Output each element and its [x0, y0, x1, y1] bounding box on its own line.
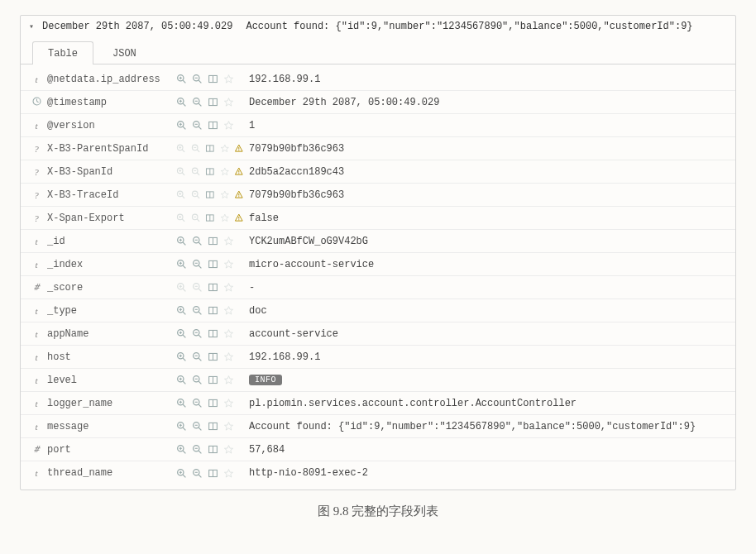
field-row: ?X-Span-Exportfalse: [21, 207, 735, 230]
field-name: logger_name: [47, 398, 171, 409]
filter-for-icon[interactable]: [176, 97, 187, 107]
filter-for-icon[interactable]: [176, 236, 187, 246]
field-actions: [176, 166, 244, 177]
exists-filter-icon[interactable]: [220, 143, 230, 154]
toggle-column-icon[interactable]: [205, 213, 215, 223]
toggle-column-icon[interactable]: [208, 236, 218, 246]
filter-out-icon[interactable]: [192, 259, 203, 270]
exists-filter-icon[interactable]: [220, 166, 230, 177]
filter-out-icon[interactable]: [192, 236, 203, 246]
field-row: t@netdata.ip_address192.168.99.1: [21, 68, 735, 91]
filter-out-icon[interactable]: [192, 468, 203, 479]
exists-filter-icon[interactable]: [223, 259, 234, 270]
filter-for-icon[interactable]: [176, 328, 187, 339]
exists-filter-icon[interactable]: [223, 97, 234, 107]
filter-out-icon[interactable]: [192, 305, 203, 316]
field-name: level: [47, 375, 171, 386]
field-value: micro-account-service: [249, 259, 374, 270]
field-type-icon: ?: [31, 190, 42, 200]
exists-filter-icon[interactable]: [223, 444, 234, 455]
toggle-column-icon[interactable]: [208, 74, 218, 84]
filter-for-icon[interactable]: [176, 259, 187, 270]
filter-out-icon[interactable]: [192, 375, 203, 385]
filter-out-icon[interactable]: [192, 398, 203, 408]
toggle-column-icon[interactable]: [205, 166, 215, 177]
field-actions: [176, 213, 244, 223]
toggle-column-icon[interactable]: [205, 143, 215, 154]
filter-for-icon[interactable]: [176, 398, 187, 408]
exists-filter-icon[interactable]: [223, 236, 234, 246]
exists-filter-icon[interactable]: [223, 74, 234, 84]
exists-filter-icon[interactable]: [220, 213, 230, 223]
filter-out-icon[interactable]: [192, 120, 203, 131]
exists-filter-icon[interactable]: [223, 398, 234, 408]
filter-out-icon[interactable]: [192, 328, 203, 339]
filter-out-icon[interactable]: [192, 444, 203, 455]
filter-for-icon[interactable]: [176, 143, 186, 154]
filter-out-icon[interactable]: [192, 421, 203, 432]
field-type-icon: ?: [31, 213, 42, 223]
field-value: 192.168.99.1: [249, 74, 320, 85]
filter-out-icon[interactable]: [191, 143, 201, 154]
field-row: #_score-: [21, 276, 735, 299]
exists-filter-icon[interactable]: [223, 421, 234, 432]
tab-table[interactable]: Table: [32, 41, 93, 64]
filter-out-icon[interactable]: [191, 189, 201, 200]
filter-for-icon[interactable]: [176, 189, 186, 200]
filter-for-icon[interactable]: [176, 375, 187, 385]
field-actions: [176, 375, 244, 385]
filter-out-icon[interactable]: [192, 282, 203, 293]
field-type-icon: t: [31, 468, 42, 478]
toggle-column-icon[interactable]: [208, 120, 218, 131]
field-row: t_idYCK2umABfCW_oG9V42bG: [21, 230, 735, 253]
filter-for-icon[interactable]: [176, 351, 187, 362]
filter-out-icon[interactable]: [192, 74, 203, 84]
field-row: tthread_namehttp-nio-8091-exec-2: [21, 461, 735, 485]
toggle-column-icon[interactable]: [208, 259, 218, 270]
toggle-column-icon[interactable]: [208, 305, 218, 316]
collapse-caret-icon[interactable]: ▾: [29, 21, 34, 31]
filter-for-icon[interactable]: [176, 444, 187, 455]
toggle-column-icon[interactable]: [208, 328, 218, 339]
toggle-column-icon[interactable]: [208, 444, 218, 455]
toggle-column-icon[interactable]: [205, 189, 215, 200]
toggle-column-icon[interactable]: [208, 421, 218, 432]
filter-for-icon[interactable]: [176, 74, 187, 84]
exists-filter-icon[interactable]: [223, 351, 234, 362]
toggle-column-icon[interactable]: [208, 468, 218, 479]
toggle-column-icon[interactable]: [208, 398, 218, 408]
field-type-icon: ?: [31, 144, 42, 154]
tab-json[interactable]: JSON: [97, 41, 152, 64]
exists-filter-icon[interactable]: [223, 375, 234, 385]
filter-for-icon[interactable]: [176, 305, 187, 316]
exists-filter-icon[interactable]: [220, 189, 230, 200]
toggle-column-icon[interactable]: [208, 351, 218, 362]
field-row: t_typedoc: [21, 299, 735, 322]
filter-for-icon[interactable]: [176, 120, 187, 131]
field-name: @version: [47, 120, 171, 131]
filter-out-icon[interactable]: [192, 97, 203, 107]
filter-for-icon[interactable]: [176, 213, 186, 223]
exists-filter-icon[interactable]: [223, 120, 234, 131]
field-value: 7079b90bfb36c963: [249, 143, 344, 155]
field-actions: [176, 282, 244, 293]
filter-out-icon[interactable]: [191, 166, 201, 177]
filter-for-icon[interactable]: [176, 421, 187, 432]
exists-filter-icon[interactable]: [223, 468, 234, 479]
filter-out-icon[interactable]: [191, 213, 201, 223]
exists-filter-icon[interactable]: [223, 282, 234, 293]
filter-for-icon[interactable]: [176, 468, 187, 479]
field-row: tappNameaccount-service: [21, 322, 735, 346]
filter-out-icon[interactable]: [192, 351, 203, 362]
exists-filter-icon[interactable]: [223, 328, 234, 339]
toggle-column-icon[interactable]: [208, 97, 218, 107]
filter-for-icon[interactable]: [176, 166, 186, 177]
expanded-summary[interactable]: ▾ December 29th 2087, 05:00:49.029 Accou…: [21, 16, 735, 41]
toggle-column-icon[interactable]: [208, 375, 218, 385]
field-type-icon: t: [31, 121, 42, 131]
exists-filter-icon[interactable]: [223, 305, 234, 316]
toggle-column-icon[interactable]: [208, 282, 218, 293]
field-actions: [176, 120, 244, 131]
clock-icon: [31, 96, 42, 107]
filter-for-icon[interactable]: [176, 282, 187, 293]
